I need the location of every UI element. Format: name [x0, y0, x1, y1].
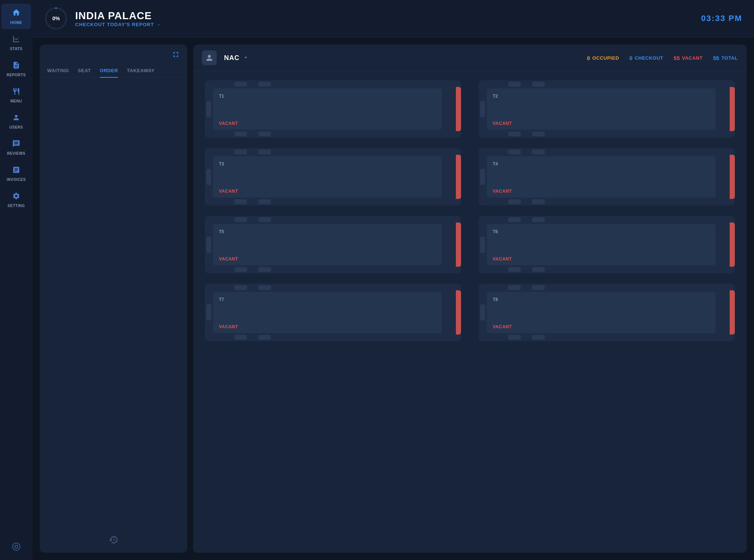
table-card-t1[interactable]: T1 VACANT	[205, 80, 461, 138]
users-icon	[12, 113, 20, 124]
sidebar-item-menu[interactable]: MENU	[1, 83, 31, 108]
sidebar: HOME STATS REPORTS MENU USERS REVIEWS	[0, 0, 32, 560]
table-card-t2[interactable]: T2 VACANT	[479, 80, 735, 138]
stat-occupied: 0 OCCUPIED	[587, 55, 619, 61]
table-inner-t7: T7 VACANT	[213, 292, 442, 333]
dropdown-arrow-icon	[242, 54, 249, 62]
table-status-t2: VACANT	[493, 121, 708, 126]
chair-top-1	[508, 217, 521, 222]
history-icon[interactable]	[109, 535, 118, 547]
chair-top-2	[532, 217, 545, 222]
stats-icon	[12, 35, 20, 45]
sidebar-item-reports[interactable]: REPORTS	[1, 57, 31, 81]
restaurant-name: INDIA PALACE	[75, 10, 161, 22]
chair-top-1	[234, 82, 247, 87]
table-status-t6: VACANT	[493, 256, 708, 262]
table-inner-t5: T5 VACANT	[213, 224, 442, 265]
table-inner-t2: T2 VACANT	[487, 88, 716, 130]
table-inner-t4: T4 VACANT	[487, 156, 716, 197]
table-inner-t6: T6 VACANT	[487, 224, 716, 265]
sidebar-label-reviews: REVIEWS	[7, 151, 25, 155]
main-content: 0% INDIA PALACE CHECKOUT TODAY'S REPORT …	[32, 0, 754, 560]
chair-top-1	[508, 150, 521, 154]
table-number-t5: T5	[219, 229, 434, 234]
table-status-t5: VACANT	[219, 256, 434, 262]
table-right-bar	[456, 223, 461, 267]
chair-left	[206, 237, 211, 253]
chair-bottom-2	[258, 132, 271, 136]
occupied-value: 0	[587, 55, 590, 61]
expand-icon[interactable]	[172, 50, 180, 60]
table-inner-t1: T1 VACANT	[213, 88, 442, 130]
chair-top-2	[532, 285, 545, 290]
chair-left	[206, 169, 211, 185]
table-card-t5[interactable]: T5 VACANT	[205, 216, 461, 273]
total-value: 55	[713, 55, 719, 61]
chair-top-1	[234, 285, 247, 290]
table-card-t3[interactable]: T3 VACANT	[205, 148, 461, 206]
tab-takeaway[interactable]: TAKEAWAY	[127, 64, 155, 78]
sidebar-item-invoices[interactable]: INVOICES	[1, 161, 31, 186]
time-display: 03:33 PM	[701, 14, 742, 23]
sidebar-item-home[interactable]: HOME	[1, 4, 31, 29]
tab-seat[interactable]: SEAT	[78, 64, 91, 78]
table-card-t7[interactable]: T7 VACANT	[205, 284, 461, 341]
table-card-t6[interactable]: T6 VACANT	[479, 216, 735, 273]
table-right-bar	[730, 87, 735, 131]
sidebar-item-logo[interactable]: ◎	[1, 535, 31, 556]
table-status-t3: VACANT	[219, 189, 434, 194]
logo-icon: ◎	[12, 540, 21, 552]
table-status-t1: VACANT	[219, 121, 434, 126]
table-card-t4[interactable]: T4 VACANT	[479, 148, 735, 206]
tab-order[interactable]: ORDER	[100, 64, 118, 78]
chair-bottom-1	[508, 267, 521, 272]
right-panel: NAC 0 OCCUPIED 0 CHECKOUT 55	[193, 45, 747, 553]
progress-text: 0%	[52, 15, 60, 21]
table-number-t3: T3	[219, 161, 434, 167]
occupied-label: OCCUPIED	[592, 55, 619, 61]
sidebar-item-reviews[interactable]: REVIEWS	[1, 135, 31, 160]
table-status-t7: VACANT	[219, 324, 434, 329]
header-title: INDIA PALACE CHECKOUT TODAY'S REPORT →	[75, 10, 161, 27]
table-card-t8[interactable]: T8 VACANT	[479, 284, 735, 341]
chair-top-1	[234, 217, 247, 222]
tab-waiting[interactable]: WAITING	[47, 64, 69, 78]
chair-bottom-2	[532, 132, 545, 136]
total-label: TOTAL	[721, 55, 738, 61]
header-left: 0% INDIA PALACE CHECKOUT TODAY'S REPORT …	[44, 7, 161, 30]
table-number-t8: T8	[493, 297, 708, 302]
chair-top-1	[508, 82, 521, 87]
table-inner-t8: T8 VACANT	[487, 292, 716, 333]
menu-icon	[12, 87, 20, 98]
table-status-t8: VACANT	[493, 324, 708, 329]
table-status-t4: VACANT	[493, 189, 708, 194]
section-name: NAC	[224, 54, 240, 62]
table-right-bar	[456, 155, 461, 199]
sidebar-item-users[interactable]: USERS	[1, 109, 31, 134]
setting-icon	[12, 192, 20, 202]
chair-top-2	[258, 82, 271, 87]
table-number-t6: T6	[493, 229, 708, 234]
checkout-value: 0	[629, 55, 632, 61]
sidebar-bottom: ◎	[1, 535, 31, 556]
table-right-bar	[456, 87, 461, 131]
sidebar-label-reports: REPORTS	[7, 73, 26, 77]
chair-left	[206, 101, 211, 117]
header: 0% INDIA PALACE CHECKOUT TODAY'S REPORT …	[32, 0, 754, 37]
chair-left	[480, 101, 485, 117]
panel-header	[40, 45, 187, 64]
chair-bottom-1	[508, 132, 521, 136]
checkout-report-link[interactable]: CHECKOUT TODAY'S REPORT →	[75, 22, 161, 27]
sidebar-item-setting[interactable]: SETTING	[1, 188, 31, 212]
invoices-icon	[12, 166, 20, 176]
stat-checkout: 0 CHECKOUT	[629, 55, 663, 61]
vacant-value: 55	[674, 55, 680, 61]
sidebar-item-stats[interactable]: STATS	[1, 31, 31, 55]
chair-top-1	[234, 150, 247, 154]
sidebar-label-menu: MENU	[10, 99, 22, 103]
chair-bottom-1	[508, 335, 521, 340]
right-panel-header: NAC 0 OCCUPIED 0 CHECKOUT 55	[193, 45, 747, 71]
section-select[interactable]: NAC	[224, 54, 249, 62]
panel-content	[40, 78, 187, 553]
sidebar-label-home: HOME	[10, 21, 22, 25]
